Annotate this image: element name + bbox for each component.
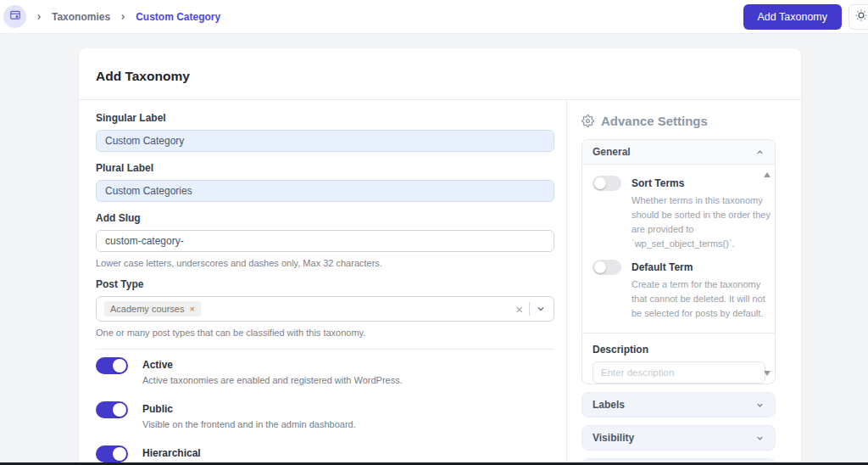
- hierarchical-toggle[interactable]: [96, 445, 128, 462]
- hierarchical-toggle-label: Hierarchical: [142, 445, 392, 459]
- active-toggle-desc: Active taxonomies are enabled and regist…: [142, 375, 403, 385]
- taxonomy-app-icon: [9, 9, 21, 25]
- chevron-up-icon: [755, 148, 765, 157]
- sort-terms-toggle[interactable]: [593, 176, 621, 191]
- sort-terms-row: Sort Terms Whether terms in this taxonom…: [593, 172, 765, 256]
- active-toggle[interactable]: [96, 357, 128, 374]
- add-taxonomy-card: Add Taxonomy Singular Label Plural Label…: [79, 48, 801, 465]
- page-title: Add Taxonomy: [96, 69, 784, 84]
- general-accordion: General Sort Terms Whether terms in this…: [581, 139, 776, 384]
- theme-toggle-button[interactable]: [849, 4, 868, 30]
- sort-terms-desc: Whether terms in this taxonomy should be…: [632, 193, 772, 251]
- sun-icon: [855, 9, 867, 25]
- toggle-knob: [594, 177, 606, 189]
- chevron-down-icon: [755, 401, 765, 410]
- breadcrumb-taxonomies[interactable]: Taxonomies: [52, 11, 110, 23]
- visibility-accordion-header[interactable]: Visibility: [581, 425, 776, 451]
- toggle-knob: [113, 447, 126, 461]
- hierarchical-toggle-row: Hierarchical Hierarchical taxonomies can…: [96, 438, 554, 465]
- general-accordion-header[interactable]: General: [582, 140, 775, 165]
- slug-label: Add Slug: [96, 212, 554, 224]
- slug-help-text: Lower case letters, underscores and dash…: [96, 258, 554, 268]
- general-divider: [582, 333, 775, 333]
- singular-label-input[interactable]: [96, 130, 554, 152]
- breadcrumb: Taxonomies Custom Category: [3, 5, 220, 28]
- post-type-help-text: One or many post types that can be class…: [96, 328, 554, 338]
- toggle-knob: [113, 359, 126, 373]
- singular-label: Singular Label: [96, 112, 554, 124]
- top-bar: Taxonomies Custom Category Add Taxonomy: [0, 0, 868, 34]
- active-toggle-row: Active Active taxonomies are enabled and…: [96, 350, 554, 394]
- app-logo-button[interactable]: [3, 5, 26, 28]
- toggle-knob: [594, 261, 606, 273]
- description-label: Description: [593, 344, 765, 356]
- labels-accordion-header[interactable]: Labels: [581, 392, 776, 417]
- general-accordion-title: General: [593, 146, 631, 158]
- default-term-desc: Create a term for the taxonomy that cann…: [632, 277, 772, 321]
- visibility-accordion-title: Visibility: [593, 432, 634, 444]
- default-term-toggle[interactable]: [593, 260, 621, 275]
- active-toggle-label: Active: [142, 357, 403, 371]
- breadcrumb-custom-category[interactable]: Custom Category: [136, 11, 220, 23]
- sort-terms-label: Sort Terms: [632, 176, 772, 189]
- chevron-right-icon: [119, 13, 127, 21]
- clear-select-icon[interactable]: ×: [515, 303, 523, 316]
- public-toggle-label: Public: [142, 401, 356, 415]
- select-divider: [529, 302, 530, 316]
- post-type-label: Post Type: [96, 278, 554, 290]
- toggle-knob: [113, 403, 126, 417]
- post-type-select[interactable]: Academy courses × ×: [96, 296, 554, 322]
- labels-accordion-title: Labels: [593, 399, 625, 411]
- default-term-label: Default Term: [632, 260, 772, 273]
- default-term-row: Default Term Create a term for the taxon…: [593, 256, 765, 326]
- public-toggle-desc: Visible on the frontend and in the admin…: [142, 419, 356, 429]
- chevron-right-icon: [35, 13, 43, 21]
- scroll-down-arrow-icon[interactable]: [764, 371, 771, 376]
- remove-tag-icon[interactable]: ×: [189, 304, 194, 314]
- advance-settings-title: Advance Settings: [601, 114, 708, 128]
- taxonomy-form: Singular Label Plural Label Add Slug Low…: [96, 100, 554, 465]
- add-taxonomy-button[interactable]: Add Taxonomy: [743, 4, 842, 30]
- public-toggle-row: Public Visible on the frontend and in th…: [96, 394, 554, 438]
- post-type-tag-label: Academy courses: [110, 304, 184, 314]
- scroll-up-arrow-icon[interactable]: [764, 172, 771, 177]
- plural-label-input[interactable]: [96, 180, 554, 202]
- chevron-down-icon: [755, 434, 765, 443]
- advance-settings-panel: Advance Settings General Sort Terms: [566, 100, 794, 465]
- chevron-down-icon[interactable]: [536, 304, 546, 314]
- public-toggle[interactable]: [96, 401, 128, 418]
- description-input[interactable]: [593, 361, 765, 384]
- post-type-tag: Academy courses ×: [104, 301, 201, 317]
- slug-input[interactable]: [96, 230, 554, 252]
- gear-icon: [581, 115, 594, 127]
- plural-label: Plural Label: [96, 162, 554, 174]
- general-accordion-body[interactable]: Sort Terms Whether terms in this taxonom…: [582, 165, 775, 384]
